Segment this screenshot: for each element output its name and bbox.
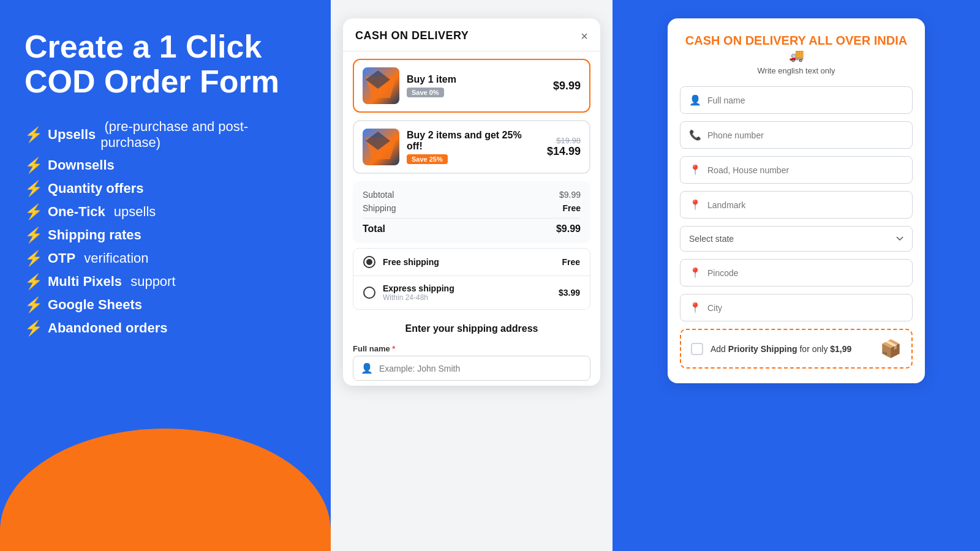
cod-form-subtitle: Write english text only — [680, 66, 913, 75]
modal-title: CASH ON DELIVERY — [355, 29, 469, 42]
right-road-input[interactable] — [707, 165, 903, 175]
right-landmark-input[interactable] — [707, 200, 903, 210]
feature-bold: One-Tick — [48, 204, 105, 220]
bolt-icon: ⚡ — [24, 296, 43, 313]
required-marker: * — [392, 344, 395, 353]
shipping-name-free: Free shipping — [383, 257, 554, 267]
full-name-input-wrap: 👤 — [353, 356, 590, 381]
feature-sheets: ⚡ Google Sheets — [24, 296, 306, 313]
product-option-1[interactable]: Buy 1 item Save 0% $9.99 — [353, 59, 590, 113]
shipping-price-free: Free — [562, 257, 580, 267]
shipping-opt-free[interactable]: Free shipping Free — [353, 249, 590, 276]
shipping-label-express: Express shipping Within 24-48h — [383, 283, 551, 302]
right-city-input[interactable] — [707, 303, 903, 313]
feature-shipping: ⚡ Shipping rates — [24, 227, 306, 244]
left-panel: Create a 1 Click COD Order Form ⚡ Upsell… — [0, 0, 331, 551]
product-image-2 — [363, 129, 399, 165]
right-city-wrap: 📍 — [680, 294, 913, 321]
shipping-value: Free — [562, 203, 581, 213]
price-main-1: $9.99 — [553, 80, 581, 92]
product-name-2: Buy 2 items and get 25% off! — [407, 130, 540, 152]
priority-text: Add Priority Shipping for only $1,99 — [710, 344, 873, 354]
right-landmark-wrap: 📍 — [680, 191, 913, 219]
subtotal-row: Subtotal $9.99 — [363, 190, 581, 200]
feature-bold: OTP — [48, 250, 75, 266]
right-fullname-wrap: 👤 — [680, 86, 913, 114]
feature-bold: Google Sheets — [48, 297, 142, 313]
features-list: ⚡ Upsells (pre-purchase and post-purchas… — [24, 119, 306, 337]
shipping-sub-express: Within 24-48h — [383, 293, 551, 302]
phone-icon-right: 📞 — [689, 129, 701, 141]
shipping-row: Shipping Free — [363, 203, 581, 213]
right-road-wrap: 📍 — [680, 156, 913, 184]
pin-icon-landmark: 📍 — [689, 199, 701, 211]
feature-upsells: ⚡ Upsells (pre-purchase and post-purchas… — [24, 119, 306, 151]
priority-price: $1,99 — [830, 344, 851, 354]
bolt-icon: ⚡ — [24, 157, 43, 174]
bolt-icon: ⚡ — [24, 250, 43, 267]
cod-form-title: CASH ON DELIVERY ALL OVER INDIA 🚚 — [680, 33, 913, 62]
full-name-label: Full name * — [353, 344, 590, 353]
pin-icon-road: 📍 — [689, 164, 701, 176]
cod-form: CASH ON DELIVERY ALL OVER INDIA 🚚 Write … — [668, 18, 925, 383]
price-main-2: $14.99 — [547, 145, 581, 158]
main-title: Create a 1 Click COD Order Form — [24, 29, 306, 99]
shipping-opt-express[interactable]: Express shipping Within 24-48h $3.99 — [353, 276, 590, 309]
feature-rest: (pre-purchase and post-purchase) — [100, 119, 306, 151]
close-button[interactable]: × — [581, 30, 588, 42]
full-name-input[interactable] — [379, 364, 582, 373]
address-header: Enter your shipping address — [343, 315, 600, 339]
person-icon: 👤 — [361, 362, 373, 374]
feature-otp: ⚡ OTP verification — [24, 250, 306, 267]
feature-bold: Multi Pixels — [48, 274, 122, 290]
radio-free[interactable] — [363, 256, 375, 268]
priority-shipping-box: Add Priority Shipping for only $1,99 📦 — [680, 329, 913, 369]
right-phone-wrap: 📞 — [680, 121, 913, 149]
total-label: Total — [363, 223, 385, 234]
subtotal-value: $9.99 — [559, 190, 581, 200]
right-fullname-input[interactable] — [707, 96, 903, 105]
right-pincode-input[interactable] — [707, 268, 903, 278]
pin-icon-pincode: 📍 — [689, 267, 701, 279]
feature-bold: Upsells — [48, 127, 96, 143]
bolt-icon: ⚡ — [24, 180, 43, 197]
product-name-1: Buy 1 item — [407, 74, 546, 85]
pin-icon-city: 📍 — [689, 302, 701, 313]
total-row: Total $9.99 — [363, 218, 581, 234]
feature-quantity: ⚡ Quantity offers — [24, 180, 306, 197]
state-select[interactable]: Select state — [680, 226, 913, 252]
feature-bold: Abandoned orders — [48, 320, 168, 336]
product-info-2: Buy 2 items and get 25% off! Save 25% — [407, 130, 540, 164]
feature-bold: Shipping rates — [48, 227, 141, 243]
feature-rest: support — [127, 274, 176, 290]
total-value: $9.99 — [556, 223, 581, 234]
product-price-1: $9.99 — [553, 80, 581, 92]
product-price-2: $19.98 $14.99 — [547, 136, 581, 158]
feature-abandoned: ⚡ Abandoned orders — [24, 320, 306, 337]
subtotal-label: Subtotal — [363, 190, 394, 200]
feature-rest: verification — [80, 250, 148, 266]
feature-pixels: ⚡ Multi Pixels support — [24, 273, 306, 290]
product-image-1 — [363, 67, 399, 104]
cod-modal: CASH ON DELIVERY × Buy 1 item Save 0% $9… — [343, 18, 600, 386]
radio-express[interactable] — [363, 287, 375, 299]
right-phone-input[interactable] — [707, 130, 903, 140]
product-option-2[interactable]: Buy 2 items and get 25% off! Save 25% $1… — [353, 120, 590, 174]
bolt-icon: ⚡ — [24, 126, 43, 143]
right-pincode-wrap: 📍 — [680, 259, 913, 287]
product-info-1: Buy 1 item Save 0% — [407, 74, 546, 97]
priority-icon: 📦 — [880, 339, 902, 359]
full-name-field: Full name * 👤 — [353, 344, 590, 381]
person-icon-right: 👤 — [689, 94, 701, 106]
bolt-icon: ⚡ — [24, 320, 43, 337]
shipping-label-free: Free shipping — [383, 257, 554, 267]
bolt-icon: ⚡ — [24, 227, 43, 244]
feature-bold: Quantity offers — [48, 181, 143, 197]
priority-checkbox[interactable] — [691, 343, 703, 355]
save-badge-2: Save 25% — [407, 154, 448, 164]
middle-panel: CASH ON DELIVERY × Buy 1 item Save 0% $9… — [331, 0, 612, 551]
bolt-icon: ⚡ — [24, 203, 43, 220]
priority-bold: Priority Shipping — [728, 344, 797, 354]
shipping-options: Free shipping Free Express shipping With… — [353, 248, 590, 310]
feature-onetick: ⚡ One-Tick upsells — [24, 203, 306, 220]
